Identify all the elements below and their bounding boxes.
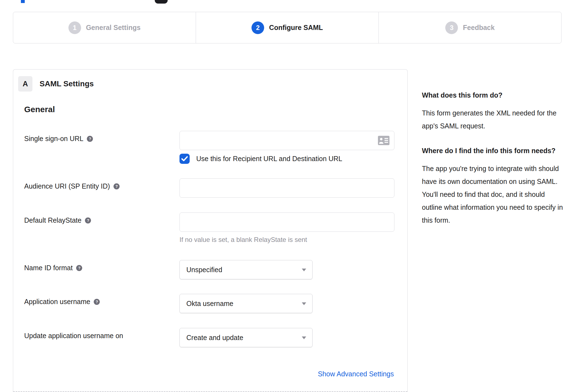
step-label: Configure SAML <box>269 24 323 32</box>
update-username-label-wrap: Update application username on <box>24 332 123 340</box>
help-icon[interactable]: ? <box>94 299 100 305</box>
general-group-heading: General <box>24 105 55 114</box>
recipient-url-checkbox-label: Use this for Recipient URL and Destinati… <box>196 155 342 163</box>
sso-recipient-checkbox-row: Use this for Recipient URL and Destinati… <box>179 154 342 164</box>
help-icon[interactable]: ? <box>114 183 120 189</box>
application-username-label-wrap: Application username ? <box>24 298 100 306</box>
audience-uri-label-wrap: Audience URI (SP Entity ID) ? <box>24 182 120 190</box>
help-answer-2: The app you're trying to integrate with … <box>422 162 563 227</box>
nameid-format-value: Unspecified <box>186 266 222 274</box>
help-question-2: Where do I find the info this form needs… <box>422 146 563 156</box>
application-username-value: Okta username <box>186 300 233 308</box>
sso-url-input[interactable] <box>179 131 394 150</box>
saml-settings-panel: A SAML Settings General Single sign-on U… <box>13 69 408 392</box>
application-username-label: Application username <box>24 298 90 306</box>
chevron-down-icon <box>302 302 306 305</box>
step-label: Feedback <box>463 24 494 32</box>
contact-autofill-icon[interactable] <box>378 136 389 145</box>
help-sidebar: What does this form do? This form genera… <box>422 90 563 240</box>
update-username-label: Update application username on <box>24 332 123 340</box>
relaystate-row: Default RelayState ? If no value is set,… <box>24 212 397 232</box>
nameid-format-label: Name ID format <box>24 264 73 272</box>
help-question-1: What does this form do? <box>422 90 563 100</box>
help-icon[interactable]: ? <box>87 136 93 142</box>
update-username-value: Create and update <box>186 334 243 342</box>
application-username-select[interactable]: Okta username <box>179 294 313 313</box>
sso-url-label-wrap: Single sign-on URL ? <box>24 135 93 143</box>
wizard-stepper: 1 General Settings 2 Configure SAML 3 Fe… <box>13 12 562 43</box>
section-title: SAML Settings <box>40 79 94 88</box>
recipient-url-checkbox[interactable] <box>179 154 190 164</box>
update-username-select[interactable]: Create and update <box>179 328 313 347</box>
audience-uri-row: Audience URI (SP Entity ID) ? <box>24 178 397 198</box>
nameid-format-select[interactable]: Unspecified <box>179 260 313 279</box>
audience-uri-label: Audience URI (SP Entity ID) <box>24 182 110 190</box>
relaystate-helper-text: If no value is set, a blank RelayState i… <box>179 236 307 244</box>
clipped-content-artifact-dark <box>155 0 168 4</box>
sso-url-label: Single sign-on URL <box>24 135 83 143</box>
clipped-content-artifact-blue <box>21 0 25 3</box>
help-answer-1: This form generates the XML needed for t… <box>422 107 563 132</box>
step-number-badge: 2 <box>251 21 264 34</box>
nameid-format-label-wrap: Name ID format ? <box>24 264 82 272</box>
relaystate-label: Default RelayState <box>24 216 81 224</box>
chevron-down-icon <box>302 269 306 271</box>
checkmark-icon <box>181 156 188 161</box>
step-label: General Settings <box>86 24 141 32</box>
section-a-badge: A <box>18 76 32 92</box>
sso-url-row: Single sign-on URL ? Use this for Recipi… <box>24 131 397 150</box>
section-header: A SAML Settings <box>18 76 94 92</box>
relaystate-input[interactable] <box>179 212 394 232</box>
step-configure-saml[interactable]: 2 Configure SAML <box>196 12 378 43</box>
help-icon[interactable]: ? <box>85 217 91 223</box>
step-number-badge: 1 <box>68 21 81 34</box>
relaystate-label-wrap: Default RelayState ? <box>24 216 91 224</box>
step-feedback[interactable]: 3 Feedback <box>378 12 561 43</box>
step-number-badge: 3 <box>445 21 458 34</box>
help-icon[interactable]: ? <box>76 265 82 271</box>
step-general-settings[interactable]: 1 General Settings <box>13 12 196 43</box>
show-advanced-settings-link[interactable]: Show Advanced Settings <box>318 370 394 378</box>
audience-uri-input[interactable] <box>179 178 394 198</box>
chevron-down-icon <box>302 336 306 339</box>
